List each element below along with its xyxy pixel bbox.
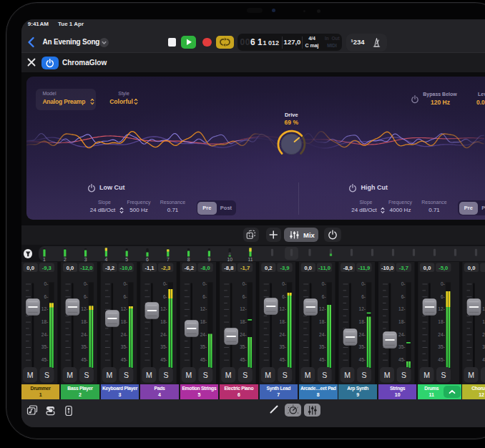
- svg-text:0-: 0-: [202, 281, 207, 286]
- svg-text:35-: 35-: [482, 344, 485, 349]
- svg-text:6-: 6-: [401, 294, 406, 299]
- svg-text:M: M: [107, 371, 113, 379]
- svg-text:M: M: [423, 371, 430, 379]
- svg-text:24-: 24-: [121, 332, 128, 337]
- svg-text:S: S: [322, 371, 327, 379]
- svg-text:18-: 18-: [438, 319, 445, 324]
- svg-text:-3,9: -3,9: [280, 265, 289, 271]
- svg-text:6-: 6-: [84, 294, 88, 299]
- svg-text:-11,0: -11,0: [318, 265, 330, 271]
- svg-text:12-: 12-: [438, 306, 445, 311]
- svg-text:18-: 18-: [280, 319, 287, 324]
- svg-text:35-: 35-: [160, 344, 167, 349]
- svg-text:35-: 35-: [200, 344, 207, 349]
- svg-text:6-: 6-: [282, 294, 286, 299]
- svg-text:6-: 6-: [361, 294, 366, 299]
- svg-text:0,0: 0,0: [423, 265, 431, 271]
- svg-text:45-: 45-: [160, 357, 167, 362]
- svg-text:45-: 45-: [240, 357, 247, 362]
- svg-text:M: M: [225, 371, 232, 379]
- svg-text:0-: 0-: [123, 281, 127, 286]
- svg-text:S: S: [401, 371, 406, 379]
- svg-text:24-: 24-: [319, 332, 326, 337]
- svg-text:45-: 45-: [81, 357, 88, 362]
- svg-text:-6,2: -6,2: [185, 265, 194, 271]
- svg-text:0-: 0-: [441, 281, 445, 286]
- svg-text:18-: 18-: [121, 319, 128, 324]
- svg-text:0-: 0-: [282, 281, 286, 286]
- svg-text:S: S: [44, 371, 49, 379]
- svg-text:-10,0: -10,0: [381, 265, 393, 271]
- svg-text:45-: 45-: [438, 357, 445, 362]
- svg-text:M: M: [27, 371, 34, 379]
- svg-text:-8,8: -8,8: [224, 265, 233, 271]
- svg-text:S: S: [203, 371, 208, 379]
- svg-text:-5,0: -5,0: [439, 265, 448, 271]
- svg-text:0-: 0-: [242, 281, 247, 286]
- svg-text:S: S: [84, 371, 89, 379]
- svg-text:35-: 35-: [398, 344, 406, 349]
- svg-text:18-: 18-: [319, 319, 326, 324]
- svg-text:12-: 12-: [319, 306, 326, 311]
- svg-text:35-: 35-: [121, 344, 128, 349]
- svg-text:18-: 18-: [200, 319, 207, 324]
- svg-text:45-: 45-: [482, 357, 485, 362]
- svg-text:-3,2: -3,2: [105, 265, 114, 271]
- svg-text:0-: 0-: [163, 281, 167, 286]
- svg-text:6-: 6-: [123, 294, 127, 299]
- svg-text:35-: 35-: [41, 344, 49, 349]
- svg-text:12-: 12-: [200, 306, 207, 311]
- svg-text:S: S: [441, 371, 446, 379]
- svg-text:M: M: [305, 371, 311, 379]
- svg-text:45-: 45-: [319, 357, 326, 362]
- svg-text:6-: 6-: [44, 294, 49, 299]
- svg-text:S: S: [283, 371, 288, 379]
- svg-text:M: M: [344, 371, 351, 379]
- svg-text:12-: 12-: [398, 306, 406, 311]
- svg-text:24-: 24-: [482, 332, 485, 337]
- svg-text:0-: 0-: [322, 281, 326, 286]
- svg-text:M: M: [146, 371, 152, 379]
- svg-text:M: M: [185, 371, 192, 379]
- svg-text:18-: 18-: [358, 319, 366, 324]
- svg-text:35-: 35-: [438, 344, 445, 349]
- svg-text:-12,0: -12,0: [80, 265, 92, 271]
- svg-text:24-: 24-: [41, 332, 49, 337]
- svg-text:35-: 35-: [358, 344, 366, 349]
- svg-text:12-: 12-: [240, 306, 247, 311]
- svg-text:12-: 12-: [482, 306, 485, 311]
- svg-text:-11,9: -11,9: [358, 265, 370, 271]
- svg-text:0-: 0-: [84, 281, 88, 286]
- svg-text:18-: 18-: [81, 319, 88, 324]
- svg-text:M: M: [468, 371, 474, 379]
- svg-text:12-: 12-: [280, 306, 287, 311]
- svg-text:M: M: [67, 371, 73, 379]
- svg-text:M: M: [265, 371, 271, 379]
- svg-text:S: S: [362, 371, 367, 379]
- svg-text:35-: 35-: [81, 344, 88, 349]
- svg-text:-8,9: -8,9: [343, 265, 353, 271]
- svg-text:S: S: [124, 371, 129, 379]
- svg-text:S: S: [163, 371, 168, 379]
- svg-text:45-: 45-: [280, 357, 287, 362]
- svg-text:0-: 0-: [401, 281, 406, 286]
- svg-text:45-: 45-: [200, 357, 207, 362]
- svg-text:0-: 0-: [361, 281, 366, 286]
- svg-text:12-: 12-: [358, 306, 366, 311]
- svg-text:6-: 6-: [163, 294, 167, 299]
- svg-text:-2,3: -2,3: [161, 265, 170, 271]
- svg-text:24-: 24-: [358, 332, 366, 337]
- svg-text:24-: 24-: [200, 332, 207, 337]
- svg-text:45-: 45-: [398, 357, 406, 362]
- svg-text:45-: 45-: [121, 357, 128, 362]
- svg-text:24-: 24-: [398, 332, 406, 337]
- svg-text:0,0: 0,0: [26, 265, 34, 271]
- svg-text:S: S: [242, 371, 248, 379]
- svg-text:24-: 24-: [240, 332, 247, 337]
- svg-text:35-: 35-: [319, 344, 326, 349]
- svg-text:0-: 0-: [44, 281, 49, 286]
- svg-text:45-: 45-: [358, 357, 366, 362]
- svg-text:24-: 24-: [438, 332, 445, 337]
- svg-text:35-: 35-: [280, 344, 287, 349]
- svg-text:Mix: Mix: [303, 231, 315, 239]
